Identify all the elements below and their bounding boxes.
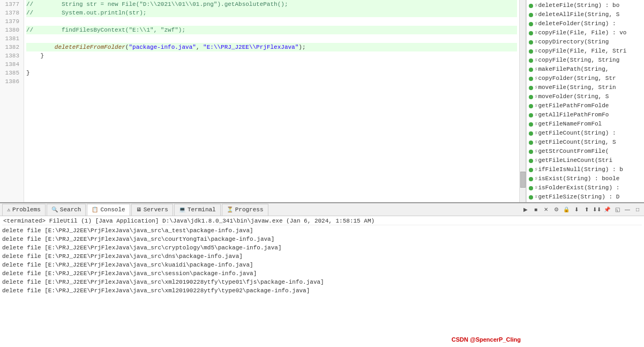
line-number: 1379 bbox=[4, 17, 19, 26]
code-line bbox=[26, 34, 517, 43]
method-dot bbox=[529, 113, 533, 117]
code-line bbox=[26, 60, 517, 69]
method-item[interactable]: s getAllFilePathFromFo bbox=[527, 110, 644, 120]
line-number: 1378 bbox=[4, 9, 19, 17]
line-number: 1385 bbox=[4, 69, 19, 77]
method-item[interactable]: s isExist(String) : boole bbox=[527, 174, 644, 183]
scrollbar-thumb[interactable] bbox=[520, 172, 526, 188]
tab-search[interactable]: 🔍 Search bbox=[47, 204, 86, 216]
method-text: ifFileIsNull(String) : b bbox=[538, 166, 623, 174]
method-item[interactable]: s makeFilePath(String, bbox=[527, 65, 644, 74]
tab-bar-actions: ▶ ■ ✕ ⚙ 🔒 ⬇ ⬆ ⬇⬇ 📌 ◱ — □ bbox=[521, 205, 642, 214]
method-item[interactable]: s moveFile(String, Strin bbox=[527, 83, 644, 92]
method-item[interactable]: s copyDirectory(String bbox=[527, 38, 644, 47]
method-item[interactable]: s copyFile(File, File, Stri bbox=[527, 47, 644, 56]
line-number: 1386 bbox=[4, 77, 19, 86]
method-item[interactable]: s getFileNameFromFol bbox=[527, 120, 644, 129]
method-dot bbox=[529, 95, 533, 99]
code-area[interactable]: 1377 1378 1379 1380 1381 1382 1383 1384 … bbox=[0, 0, 526, 202]
tab-terminal-label: Terminal bbox=[188, 206, 216, 213]
method-dot bbox=[529, 77, 533, 81]
line-number: 1384 bbox=[4, 60, 19, 69]
terminal-icon: 💻 bbox=[179, 206, 185, 213]
method-item[interactable]: s isFolderExist(String) : bbox=[527, 183, 644, 193]
method-dot bbox=[529, 186, 533, 190]
code-content[interactable]: // String str = new File("D:\\2021\\01\\… bbox=[24, 0, 519, 202]
method-dot bbox=[529, 13, 533, 17]
tab-servers[interactable]: 🖥 Servers bbox=[131, 204, 173, 216]
clear-button[interactable]: ✕ bbox=[542, 205, 550, 214]
method-item[interactable]: s deleteAllFile(String, S bbox=[527, 10, 644, 19]
method-item[interactable]: s getStrCountFromFile( bbox=[527, 147, 644, 156]
method-item[interactable]: s getFileSize(String) : D bbox=[527, 193, 644, 202]
servers-icon: 🖥 bbox=[136, 206, 141, 213]
tab-progress-label: Progress bbox=[235, 206, 264, 213]
tab-console[interactable]: 📋 Console bbox=[87, 204, 130, 216]
code-line: // String str = new File("D:\\2021\\01\\… bbox=[26, 0, 517, 9]
run-button[interactable]: ▶ bbox=[521, 205, 530, 214]
console-line: delete file [E:\PRJ_J2EE\PrjFlexJava\jav… bbox=[2, 235, 642, 243]
method-dot bbox=[529, 168, 533, 172]
stop-button[interactable]: ■ bbox=[531, 205, 540, 214]
method-dot bbox=[529, 31, 533, 35]
method-item[interactable]: s getFileCount(String, S bbox=[527, 138, 644, 147]
minimize-button[interactable]: — bbox=[623, 205, 632, 214]
code-line bbox=[26, 77, 517, 86]
method-dot bbox=[529, 68, 533, 72]
line-number: 1380 bbox=[4, 26, 19, 34]
watermark: CSDN @SpencerP_Cling bbox=[452, 336, 521, 343]
method-item[interactable]: s copyFile(String, String bbox=[527, 56, 644, 65]
console-output[interactable]: <terminated> FileUtil (1) [Java Applicat… bbox=[0, 216, 644, 347]
method-text: getFileLineCount(Stri bbox=[538, 157, 612, 165]
method-item[interactable]: s copyFile(File, File) : vo bbox=[527, 28, 644, 38]
maximize-button[interactable]: □ bbox=[633, 205, 642, 214]
method-text: isFolderExist(String) : bbox=[538, 184, 619, 192]
method-text: copyFile(File, File, Stri bbox=[538, 47, 626, 55]
tab-progress[interactable]: ⏳ Progress bbox=[222, 204, 268, 216]
progress-icon: ⏳ bbox=[227, 206, 233, 213]
method-item[interactable]: s copyFolder(String, Str bbox=[527, 74, 644, 83]
editor-scrollbar[interactable] bbox=[519, 0, 526, 202]
tab-problems[interactable]: ⚠ Problems bbox=[2, 204, 46, 216]
method-item[interactable]: s getFileCount(String) : bbox=[527, 129, 644, 138]
pin-button[interactable]: 📌 bbox=[603, 205, 611, 214]
method-item[interactable]: s getFilePathFromFolde bbox=[527, 101, 644, 110]
tab-bar: ⚠ Problems 🔍 Search 📋 Console 🖥 Servers … bbox=[0, 203, 644, 216]
method-item[interactable]: s ifFileIsNull(String) : b bbox=[527, 165, 644, 174]
action-btn-10[interactable]: ◱ bbox=[613, 205, 621, 214]
search-icon: 🔍 bbox=[51, 206, 58, 213]
method-dot bbox=[529, 177, 533, 181]
code-line: deleteFileFromFolder("package-info.java"… bbox=[26, 43, 517, 51]
method-item[interactable]: s deleteFile(String) : bo bbox=[527, 1, 644, 10]
action-btn-6[interactable]: ⬇ bbox=[572, 205, 581, 214]
bottom-panel: ⚠ Problems 🔍 Search 📋 Console 🖥 Servers … bbox=[0, 202, 644, 347]
method-item[interactable]: s deleteFolder(String) : bbox=[527, 19, 644, 28]
action-btn-4[interactable]: ⚙ bbox=[552, 205, 560, 214]
method-dot bbox=[529, 131, 533, 136]
tab-terminal[interactable]: 💻 Terminal bbox=[174, 204, 221, 216]
action-btn-7[interactable]: ⬆ bbox=[582, 205, 591, 214]
method-text: copyFile(File, File) : vo bbox=[538, 29, 626, 37]
console-line: delete file [E:\PRJ_J2EE\PrjFlexJava\jav… bbox=[2, 252, 642, 261]
method-text: moveFile(String, Strin bbox=[538, 84, 616, 92]
method-text: deleteFile(String) : bo bbox=[538, 2, 619, 10]
method-dot bbox=[529, 195, 533, 200]
method-item[interactable]: s moveFolder(String, S bbox=[527, 92, 644, 101]
tab-search-label: Search bbox=[60, 206, 81, 213]
right-panel[interactable]: s deleteFile(String) : bo s deleteAllFil… bbox=[526, 0, 644, 202]
console-status: <terminated> FileUtil (1) [Java Applicat… bbox=[2, 217, 642, 225]
method-text: copyFolder(String, Str bbox=[538, 75, 616, 83]
method-dot bbox=[529, 159, 533, 163]
line-number: 1382 bbox=[4, 43, 19, 51]
editor-panel: 1377 1378 1379 1380 1381 1382 1383 1384 … bbox=[0, 0, 526, 202]
tab-servers-label: Servers bbox=[144, 206, 168, 213]
method-text: copyFile(String, String bbox=[538, 56, 619, 64]
method-text: getFileNameFromFol bbox=[538, 120, 602, 128]
method-dot bbox=[529, 49, 533, 54]
scroll-lock-button[interactable]: 🔒 bbox=[562, 205, 571, 214]
action-btn-8[interactable]: ⬇⬇ bbox=[593, 205, 601, 214]
bottom-wrapper: <terminated> FileUtil (1) [Java Applicat… bbox=[0, 216, 644, 347]
line-number: 1383 bbox=[4, 51, 19, 60]
method-item[interactable]: s getFileLineCount(Stri bbox=[527, 156, 644, 165]
code-line: // System.out.println(str); bbox=[26, 9, 517, 17]
